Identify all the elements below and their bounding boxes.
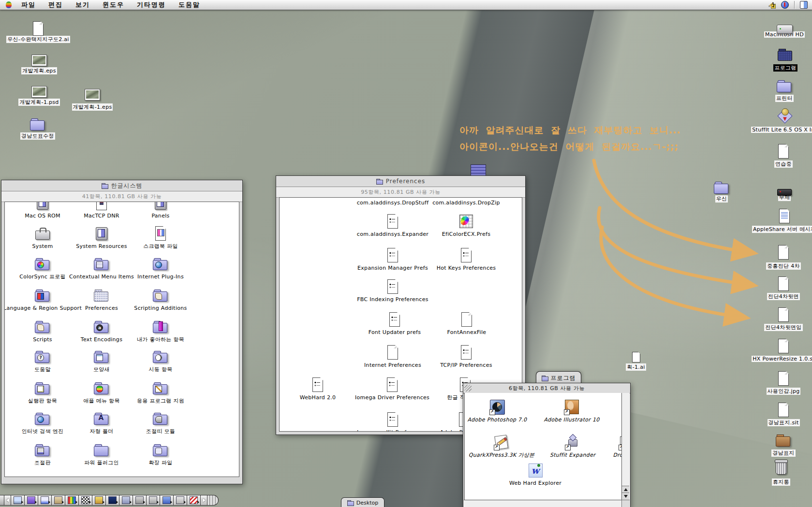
icon-language-kit-preferences[interactable]: Language Kit Preferences [352, 411, 434, 432]
icon-stuffit-lite-6-5-os-x-ins[interactable]: ▼StuffIt Lite 6.5 OS X Ins [744, 108, 812, 133]
application-menu[interactable] [799, 1, 808, 9]
icon-dropstuff[interactable]: DropStuff [585, 434, 621, 458]
icon-개발계획-eps[interactable]: 개발계획.eps [0, 52, 80, 74]
icon-전단4차뒷면[interactable]: 전단4차뒷면 [742, 275, 812, 300]
time-module[interactable] [38, 495, 52, 506]
window-titlebar[interactable]: Preferences [276, 176, 525, 187]
icon-adobe-photoshop-7-0[interactable]: Adobe Photoshop 7.0 [464, 399, 538, 423]
icon-appleshare-서버-메시지[interactable]: AppleShare 서버 메시지 [743, 208, 812, 233]
doc-icon [775, 275, 792, 292]
menu-item[interactable]: 보기 [75, 0, 90, 9]
window-hangul-system[interactable]: 한글시스템 41항목, 110.81 GB 사용 가능 Mac OS ROMMa… [1, 180, 243, 484]
icon-expansion-manager-prefs[interactable]: Expansion Manager Prefs [352, 247, 434, 271]
icon-internet-plug-ins[interactable]: Internet Plug-Ins [119, 256, 202, 280]
printer-module[interactable] [174, 495, 187, 506]
icon-panels[interactable]: Panels [119, 202, 202, 219]
drag-grip-icon[interactable] [464, 385, 472, 391]
icon-획-1-ai[interactable]: 획-1.ai [595, 349, 677, 371]
window-program[interactable]: 6항목, 110.81 GB 사용 가능 Adobe Photoshop 7.0… [463, 383, 631, 507]
icon-무제[interactable]: 무제 [743, 183, 812, 201]
icon-사용인감-jpg[interactable]: 사용인감.jpg [742, 370, 812, 395]
icon-internet-preferences[interactable]: Internet Preferences [352, 344, 434, 368]
icon-전단4차뒷면임[interactable]: 전단4차뒷면임 [742, 306, 812, 331]
icon-내가-좋아하는-항목[interactable]: 내가 좋아하는 항목 [119, 319, 202, 343]
file-sharing-module[interactable] [119, 495, 133, 506]
color-depth-module[interactable] [65, 495, 79, 506]
alias-arrow-icon [619, 445, 621, 450]
icon-스크랩북-파일[interactable]: 스크랩북 파일 [119, 225, 202, 250]
scroll-down-button[interactable] [622, 493, 629, 500]
icon-hx-powerresize-1-0-si[interactable]: HX PowerResize 1.0.si [742, 338, 812, 362]
icon-com-aladdinsys-dropstuff[interactable]: com.aladdinsys.DropStuff [352, 198, 434, 206]
display-module[interactable] [11, 495, 25, 506]
icon-조절띠-모듈[interactable]: 조절띠 모듈 [119, 410, 202, 435]
folder-dark-icon [777, 46, 794, 63]
menu-item[interactable]: 편집 [48, 0, 63, 9]
window-titlebar[interactable]: 한글시스템 [1, 180, 242, 191]
icon-font-updater-prefs[interactable]: Font Updater prefs [354, 311, 436, 335]
icon-label: Adobe Photoshop 7.0 [467, 417, 528, 423]
icon-hot-keys-preferences[interactable]: Hot Keys Preferences [425, 247, 507, 271]
apple-menu[interactable] [6, 1, 12, 8]
scroll-right-button[interactable] [201, 495, 207, 506]
icon-휴지통[interactable]: 휴지통 [740, 458, 812, 486]
icon-macintosh-hd[interactable]: Macintosh HD [743, 20, 812, 38]
icon-프린터[interactable]: 프린터 [743, 78, 812, 102]
vertical-scrollbar[interactable] [621, 393, 630, 500]
clipboard-module[interactable] [52, 495, 65, 506]
icon-com-aladdinsys-dropzip[interactable]: com.aladdinsys.DropZip [425, 198, 507, 206]
icon-label: FBC Indexing Preferences [356, 296, 429, 303]
folder-icon: ? [34, 348, 51, 365]
folder-icon [93, 348, 110, 365]
control-strip[interactable] [0, 495, 219, 506]
icon-경남도표수정[interactable]: 경남도표수정 [0, 116, 79, 140]
icon-com-aladdinsys-expander[interactable]: com.aladdinsys.Expander [352, 213, 434, 237]
security-lock-module[interactable] [147, 495, 160, 506]
prefs-icon [458, 247, 474, 263]
icon-중홍전단-4차[interactable]: 중홍전단 4차 [742, 244, 812, 270]
icon-label: Mac OS ROM [24, 213, 61, 219]
notebook-module[interactable] [160, 495, 174, 506]
menu-item[interactable]: 기타명령 [137, 0, 166, 9]
desktop-popup-tab[interactable]: Desktop [341, 497, 384, 507]
scroll-up-button[interactable] [622, 486, 629, 493]
icon-label: Internet Preferences [363, 362, 422, 368]
icon-iomega-driver-preferences[interactable]: Iomega Driver Preferences [351, 377, 433, 401]
volume-module[interactable] [92, 495, 106, 506]
appletalk-module[interactable] [187, 495, 201, 506]
control-strip-end-cap[interactable] [207, 495, 219, 506]
sound-source-module[interactable] [25, 495, 38, 506]
icon-fbc-indexing-preferences[interactable]: FBC Indexing Preferences [352, 278, 434, 303]
menu-item[interactable]: 윈도우 [103, 0, 124, 9]
energy-saver-module[interactable] [106, 495, 119, 506]
scroll-left-button[interactable] [4, 495, 11, 506]
menu-item[interactable]: 파일 [21, 0, 36, 9]
icon-eficolorecx-prefs[interactable]: EfiColorECX.Prefs [425, 213, 507, 237]
icon-경남표지[interactable]: 경남표지 [742, 432, 812, 457]
control-strip-handle[interactable] [0, 495, 4, 506]
icon-tcp-ip-preferences[interactable]: TCP/IP Preferences [425, 344, 507, 368]
cd-audio-module[interactable] [133, 495, 147, 506]
icon-확장-파일[interactable]: 확장 파일 [119, 442, 202, 466]
window-statusbar: 95항목, 110.81 GB 사용 가능 [276, 187, 525, 198]
icon-응용-프로그램-지원[interactable]: 응용 프로그램 지원 [119, 380, 202, 405]
icon-개발계획-1-eps[interactable]: 개발계획-1.eps [51, 87, 133, 111]
icon-web-hard-explorer[interactable]: wWeb Hard Explorer [494, 462, 576, 486]
icon-adobe-illustrator-10[interactable]: Adobe Illustrator 10 [531, 399, 613, 423]
icon-우신-수완택지지구도2-ai[interactable]: 우신-수완택지지구도2.ai [0, 20, 79, 43]
icon-경남표지-sit[interactable]: 경남표지.sit [742, 402, 812, 426]
icon-webhard-2-0[interactable]: WebHard 2.0 [279, 377, 359, 401]
icon-fontannexfile[interactable]: FontAnnexFile [426, 311, 508, 335]
menu-item[interactable]: 도움말 [178, 0, 200, 9]
icon-scripting-additions[interactable]: Scripting Additions [119, 287, 202, 311]
input-method-icon[interactable]: 2 [767, 1, 776, 9]
icon-연습중[interactable]: 연습중 [742, 143, 812, 168]
icon-label: StuffIt Lite 6.5 OS X Ins [751, 127, 812, 133]
icon-시동-항목[interactable]: 시동 항목 [119, 348, 202, 373]
window-program-tab[interactable]: 프로그램 [536, 371, 581, 384]
resolution-module[interactable] [79, 495, 92, 506]
status-indicator-icon[interactable] [781, 1, 789, 9]
icon-quarkxpress3-3k-가상본[interactable]: QuarkXPress3.3K 가상본 [464, 434, 543, 459]
horizontal-scrollbar[interactable] [464, 500, 622, 507]
icon-프로그램[interactable]: 프로그램 [744, 46, 812, 72]
